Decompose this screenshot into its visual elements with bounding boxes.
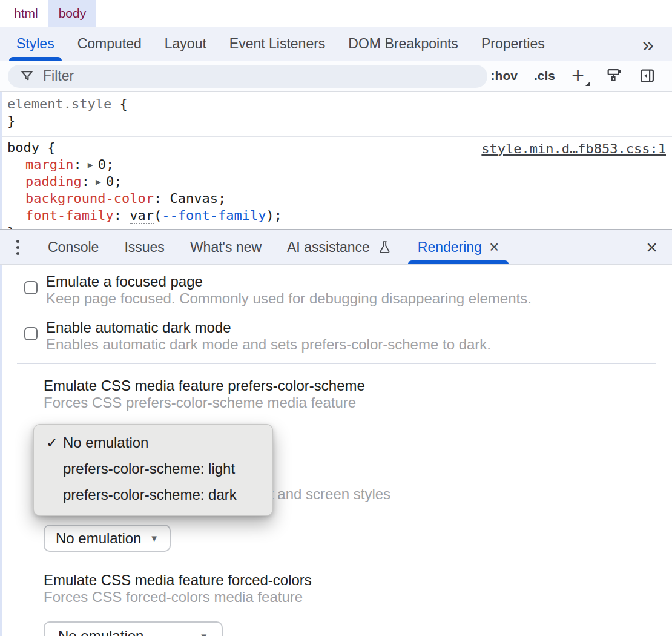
occluded-description-fragment: t and screen styles bbox=[269, 486, 390, 503]
filter-input[interactable] bbox=[42, 67, 405, 85]
dropdown-option-no-emulation[interactable]: ✓ No emulation bbox=[34, 429, 272, 455]
section-title: Emulate CSS media feature forced-colors bbox=[44, 572, 312, 589]
option-label: No emulation bbox=[63, 434, 148, 451]
auto-dark-mode-checkbox[interactable] bbox=[24, 327, 38, 340]
css-property-row[interactable]: background-color: Canvas; bbox=[7, 190, 672, 207]
tab-console[interactable]: Console bbox=[35, 230, 111, 264]
drawer-menu-kebab-icon[interactable] bbox=[0, 230, 35, 264]
property-value: 0 bbox=[98, 157, 106, 172]
devtools-window: html body Styles Computed Layout Event L… bbox=[0, 0, 672, 636]
forced-colors-section: Emulate CSS media feature forced-colors … bbox=[44, 572, 312, 606]
semicolon: ; bbox=[114, 174, 122, 189]
tab-label: Rendering bbox=[418, 239, 482, 256]
prefers-color-scheme-dropdown-menu: ✓ No emulation prefers-color-scheme: lig… bbox=[33, 424, 273, 516]
select-value: No emulation bbox=[56, 530, 141, 547]
tab-event-listeners[interactable]: Event Listeners bbox=[218, 27, 337, 61]
setting-description: Keep page focused. Commonly used for deb… bbox=[46, 290, 532, 307]
emulate-focused-page-checkbox[interactable] bbox=[24, 281, 38, 294]
option-label: prefers-color-scheme: light bbox=[63, 460, 235, 477]
expand-arrow-icon[interactable]: ▶ bbox=[82, 159, 98, 170]
option-label: prefers-color-scheme: dark bbox=[63, 486, 237, 503]
dropdown-option-dark[interactable]: prefers-color-scheme: dark bbox=[34, 482, 272, 508]
paren: ) bbox=[266, 208, 274, 223]
colon: : bbox=[82, 174, 90, 189]
setting-label: Emulate a focused page bbox=[46, 273, 532, 290]
tab-issues[interactable]: Issues bbox=[111, 230, 177, 264]
section-divider bbox=[17, 363, 656, 364]
tab-computed[interactable]: Computed bbox=[66, 27, 153, 61]
selected-check-icon: ✓ bbox=[46, 434, 58, 451]
colon: : bbox=[154, 191, 162, 206]
tab-layout[interactable]: Layout bbox=[153, 27, 218, 61]
styles-toolbar: :hov .cls + bbox=[0, 61, 672, 92]
property-value: 0 bbox=[106, 174, 114, 189]
property-value: Canvas bbox=[170, 191, 217, 206]
tab-rendering[interactable]: Rendering × bbox=[405, 230, 512, 264]
semicolon: ; bbox=[274, 208, 282, 223]
pane-left-border bbox=[0, 265, 2, 636]
filter-field[interactable] bbox=[8, 65, 487, 88]
tab-styles[interactable]: Styles bbox=[5, 27, 66, 61]
breadcrumb: html body bbox=[0, 0, 672, 27]
expand-arrow-icon[interactable]: ▶ bbox=[90, 176, 106, 187]
paren: ( bbox=[154, 208, 162, 223]
tab-label: Issues bbox=[124, 239, 164, 256]
rendering-tab-close-icon[interactable]: × bbox=[489, 239, 499, 256]
semicolon: ; bbox=[106, 157, 114, 172]
paint-roller-icon[interactable] bbox=[605, 67, 622, 84]
filter-icon bbox=[20, 69, 34, 83]
section-title: Emulate CSS media feature prefers-color-… bbox=[44, 377, 365, 394]
toggle-element-state-button[interactable]: :hov bbox=[491, 68, 518, 83]
body-selector: body bbox=[7, 140, 39, 155]
setting-description: Enables automatic dark mode and sets pre… bbox=[46, 336, 491, 353]
tab-whats-new[interactable]: What's new bbox=[177, 230, 274, 264]
emulate-focused-page-setting: Emulate a focused page Keep page focused… bbox=[24, 273, 532, 307]
open-brace: { bbox=[47, 140, 55, 155]
semicolon: ; bbox=[218, 191, 226, 206]
stylesheet-source-link[interactable]: style.min.d…fb853.css:1 bbox=[481, 141, 666, 157]
tab-properties[interactable]: Properties bbox=[470, 27, 556, 61]
css-property-row[interactable]: font-family: var(--font-family); bbox=[7, 207, 672, 224]
colon: : bbox=[73, 157, 81, 172]
dock-side-icon[interactable] bbox=[639, 67, 656, 84]
breadcrumb-item-html[interactable]: html bbox=[4, 0, 48, 27]
flask-icon bbox=[377, 240, 392, 255]
property-name: margin bbox=[25, 157, 73, 172]
breadcrumb-item-body[interactable]: body bbox=[48, 0, 97, 27]
open-brace: { bbox=[119, 96, 127, 111]
setting-label: Enable automatic dark mode bbox=[46, 319, 491, 336]
drawer-close-icon[interactable]: × bbox=[646, 237, 657, 257]
element-style-selector: element.style bbox=[7, 96, 111, 111]
colon: : bbox=[114, 208, 122, 223]
body-style-rule[interactable]: style.min.d…fb853.css:1 body { margin:▶0… bbox=[0, 137, 672, 229]
rendering-panel: Emulate a focused page Keep page focused… bbox=[0, 265, 672, 636]
prefers-color-scheme-select[interactable]: No emulation ▼ bbox=[44, 525, 171, 552]
tab-label: AI assistance bbox=[287, 239, 370, 256]
styles-rules-pane: element.style { } style.min.d…fb853.css:… bbox=[0, 92, 672, 229]
tab-ai-assistance[interactable]: AI assistance bbox=[274, 230, 405, 264]
dropdown-option-light[interactable]: prefers-color-scheme: light bbox=[34, 455, 272, 482]
css-property-row[interactable]: padding:▶0; bbox=[7, 173, 672, 190]
tab-dom-breakpoints[interactable]: DOM Breakpoints bbox=[337, 27, 470, 61]
tab-label: What's new bbox=[190, 239, 262, 256]
css-property-row[interactable]: margin:▶0; bbox=[7, 156, 672, 173]
pane-left-border bbox=[0, 92, 2, 229]
close-brace: } bbox=[7, 225, 15, 229]
element-style-rule[interactable]: element.style { } bbox=[0, 92, 672, 137]
property-name: background-color bbox=[25, 191, 154, 206]
property-name: font-family bbox=[25, 208, 114, 223]
chevron-down-icon: ▼ bbox=[199, 631, 208, 636]
new-style-rule-button[interactable]: + bbox=[572, 67, 589, 85]
var-function[interactable]: var bbox=[130, 208, 154, 224]
element-classes-button[interactable]: .cls bbox=[534, 68, 555, 83]
styles-toolbar-actions: :hov .cls + bbox=[491, 67, 672, 85]
forced-colors-select[interactable]: No emulation ▼ bbox=[44, 621, 223, 636]
css-variable-link[interactable]: --font-family bbox=[162, 208, 266, 223]
close-brace: } bbox=[7, 113, 15, 128]
select-value: No emulation bbox=[58, 628, 143, 636]
tab-label: Console bbox=[48, 239, 99, 256]
more-tabs-icon[interactable]: » bbox=[642, 34, 654, 55]
chevron-down-icon: ▼ bbox=[150, 533, 159, 543]
section-description: Forces CSS forced-colors media feature bbox=[44, 589, 312, 606]
drawer-tabbar: Console Issues What's new AI assistance … bbox=[0, 229, 672, 265]
